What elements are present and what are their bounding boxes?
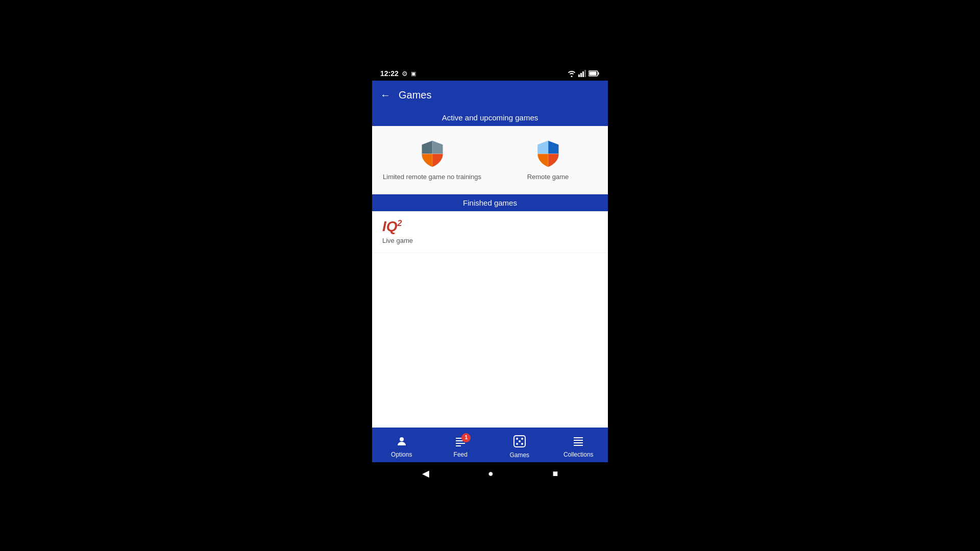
battery-icon (589, 70, 600, 77)
page-title: Games (399, 89, 431, 101)
options-icon (396, 435, 408, 449)
shield-icon-2 (535, 140, 561, 168)
remote-game-label: Remote game (527, 173, 569, 182)
svg-rect-1 (580, 73, 582, 77)
active-games-grid: Limited remote game no trainings (372, 126, 608, 194)
app-bar: ← Games (372, 81, 608, 109)
finished-games-list: IQ2 Live game (372, 211, 608, 253)
svg-point-28 (521, 443, 523, 445)
nav-item-collections[interactable]: Collections (549, 428, 608, 462)
games-icon (513, 435, 526, 450)
svg-point-27 (516, 443, 518, 445)
signal-icon (578, 70, 586, 77)
status-bar: 12:22 ⚙ ▣ (372, 66, 608, 81)
svg-point-25 (516, 438, 518, 440)
svg-point-26 (521, 438, 523, 440)
feed-icon: 1 (454, 435, 467, 449)
svg-rect-31 (574, 440, 583, 441)
svg-rect-15 (537, 154, 548, 167)
svg-rect-16 (548, 154, 559, 167)
bottom-nav: Options 1 Feed (372, 428, 608, 462)
remote-game-item[interactable]: Remote game (492, 132, 604, 188)
shield-icon-1 (420, 140, 445, 168)
svg-rect-5 (598, 72, 599, 75)
iq2-logo: IQ2 (382, 219, 402, 234)
svg-rect-32 (574, 442, 583, 443)
android-recent-button[interactable]: ■ (552, 468, 558, 479)
nav-label-options: Options (391, 451, 412, 458)
svg-rect-2 (582, 71, 584, 77)
nav-label-games: Games (509, 452, 529, 459)
live-game-label: Live game (382, 237, 413, 244)
status-left: 12:22 ⚙ ▣ (380, 69, 416, 78)
android-back-button[interactable]: ◀ (422, 468, 429, 479)
collections-icon (572, 435, 584, 449)
feed-badge: 1 (461, 433, 471, 442)
limited-remote-game-label: Limited remote game no trainings (383, 173, 481, 182)
svg-rect-9 (422, 154, 432, 167)
svg-rect-3 (584, 70, 586, 77)
sd-icon: ▣ (411, 70, 416, 77)
nav-label-feed: Feed (454, 451, 468, 458)
status-time: 12:22 (380, 69, 399, 78)
nav-item-options[interactable]: Options (372, 428, 431, 462)
active-section-header: Active and upcoming games (372, 109, 608, 126)
status-right (567, 70, 600, 77)
content-area: Active and upcoming games (372, 109, 608, 428)
svg-point-29 (519, 440, 521, 442)
back-button[interactable]: ← (380, 89, 390, 101)
android-home-button[interactable]: ● (488, 468, 494, 479)
settings-icon: ⚙ (402, 70, 408, 78)
iq2-superscript: 2 (398, 219, 402, 228)
svg-rect-23 (456, 445, 461, 446)
svg-rect-6 (590, 72, 597, 76)
android-nav: ◀ ● ■ (372, 462, 608, 485)
nav-label-collections: Collections (564, 451, 594, 458)
phone-container: 12:22 ⚙ ▣ (372, 66, 608, 485)
svg-rect-10 (432, 154, 443, 167)
limited-remote-game-item[interactable]: Limited remote game no trainings (376, 132, 488, 188)
finished-section-header: Finished games (372, 194, 608, 211)
svg-rect-30 (574, 437, 583, 438)
remote-game-icon (533, 138, 564, 169)
svg-rect-0 (578, 74, 580, 77)
limited-remote-game-icon (417, 138, 448, 169)
wifi-icon (567, 70, 576, 77)
svg-rect-22 (456, 443, 465, 444)
nav-item-feed[interactable]: 1 Feed (431, 428, 491, 462)
svg-rect-33 (574, 445, 583, 446)
live-game-item[interactable]: IQ2 Live game (372, 211, 608, 253)
svg-point-19 (400, 437, 404, 441)
nav-item-games[interactable]: Games (490, 428, 549, 462)
